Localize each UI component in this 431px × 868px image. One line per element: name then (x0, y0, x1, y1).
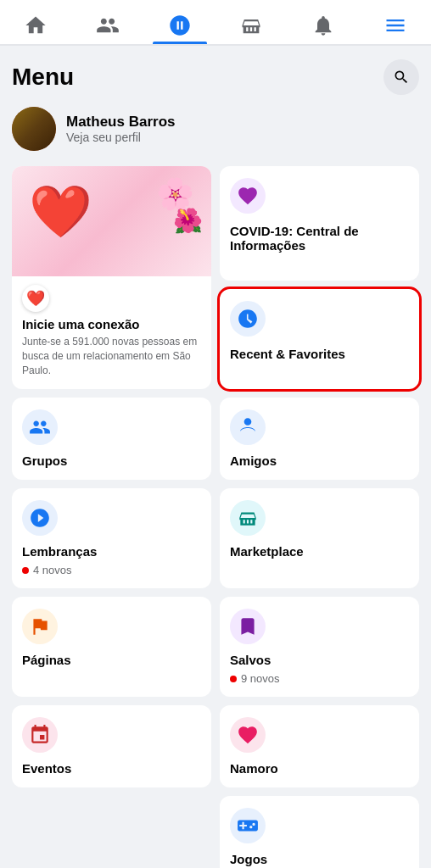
nav-groups[interactable] (153, 8, 207, 44)
nav-marketplace[interactable] (224, 8, 278, 44)
heart-emoji: ❤️ (29, 181, 92, 242)
card-namoro[interactable]: Namoro (220, 705, 419, 787)
namoro-icon (237, 724, 259, 746)
card-dating-image: ❤️ 🌸 🌺 (12, 166, 211, 276)
card-grupos-label: Grupos (22, 453, 67, 468)
hamburger-icon (383, 14, 407, 37)
nav-notifications[interactable] (296, 8, 350, 44)
covid-icon (237, 185, 259, 207)
recent-icon-wrap (230, 301, 266, 337)
card-dating-desc: Junte-se a 591.000 novas pessoas em busc… (22, 335, 201, 377)
grupos-icon (29, 416, 51, 438)
search-button[interactable] (383, 59, 419, 95)
card-covid-label: COVID-19: Central de Informações (230, 224, 409, 253)
marketplace-icon (239, 14, 263, 37)
card-marketplace-label: Marketplace (230, 544, 304, 559)
card-jogos-label: Jogos (230, 852, 267, 866)
nav-friends[interactable] (81, 8, 135, 44)
mktplace-icon-wrap (230, 500, 266, 536)
card-recent[interactable]: Recent & Favorites (220, 289, 419, 389)
flower2-emoji: 🌺 (173, 207, 203, 235)
mktplace-icon (237, 507, 259, 529)
grupos-icon-wrap (22, 409, 58, 445)
profile-name: Matheus Barros (66, 114, 175, 131)
bell-icon (311, 14, 335, 37)
card-amigos[interactable]: Amigos (220, 398, 419, 480)
card-dating[interactable]: ❤️ 🌸 🌺 ❤️ Inicie uma conexão Junte-se a … (12, 166, 211, 389)
salvos-icon-wrap (230, 609, 266, 644)
jogos-icon (237, 815, 259, 837)
search-icon (393, 69, 410, 86)
amigos-icon (237, 416, 259, 438)
lembr-badge-row: 4 novos (22, 564, 72, 576)
profile-sub: Veja seu perfil (66, 131, 175, 144)
jogos-icon-wrap (230, 808, 266, 843)
card-salvos-label: Salvos (230, 653, 271, 667)
profile-info: Matheus Barros Veja seu perfil (66, 114, 175, 144)
page-title: Menu (12, 64, 74, 91)
eventos-icon-wrap (22, 717, 58, 753)
card-paginas[interactable]: Páginas (12, 597, 211, 697)
lembr-icon (29, 507, 51, 529)
salvos-badge-text: 9 novos (241, 672, 280, 685)
card-eventos[interactable]: Eventos (12, 705, 211, 787)
salvos-badge-dot (230, 676, 237, 682)
top-navigation (0, 0, 431, 46)
menu-grid: ❤️ 🌸 🌺 ❤️ Inicie uma conexão Junte-se a … (12, 166, 419, 868)
salvos-badge-row: 9 novos (230, 672, 280, 685)
heart-small-icon: ❤️ (26, 289, 45, 308)
page-content: Menu Matheus Barros Veja seu perfil ❤️ 🌸… (0, 46, 431, 868)
card-marketplace[interactable]: Marketplace (220, 488, 419, 588)
card-eventos-label: Eventos (22, 761, 71, 776)
card-namoro-label: Namoro (230, 761, 278, 776)
avatar (12, 107, 56, 151)
salvos-icon (237, 615, 259, 637)
paginas-icon-wrap (22, 609, 58, 644)
card-grupos[interactable]: Grupos (12, 398, 211, 480)
groups-icon (168, 14, 192, 37)
amigos-icon-wrap (230, 409, 266, 445)
card-lembr[interactable]: Lembranças 4 novos (12, 488, 211, 588)
card-covid[interactable]: COVID-19: Central de Informações (220, 166, 419, 281)
card-recent-label: Recent & Favorites (230, 347, 345, 361)
namoro-icon-wrap (230, 717, 266, 753)
card-jogos[interactable]: Jogos (220, 796, 419, 868)
card-amigos-label: Amigos (230, 453, 277, 468)
header-row: Menu (12, 59, 419, 95)
card-lembr-label: Lembranças (22, 544, 97, 559)
dating-icon-wrap: ❤️ (22, 285, 49, 312)
lembr-icon-wrap (22, 500, 58, 536)
home-icon (24, 14, 48, 37)
covid-icon-wrap (230, 178, 266, 214)
paginas-icon (29, 615, 51, 637)
recent-icon (237, 308, 259, 330)
card-salvos[interactable]: Salvos 9 novos (220, 597, 419, 697)
lembr-badge-text: 4 novos (33, 564, 72, 576)
profile-row[interactable]: Matheus Barros Veja seu perfil (12, 107, 419, 151)
card-paginas-label: Páginas (22, 653, 71, 667)
eventos-icon (29, 724, 51, 746)
card-dating-body: ❤️ Inicie uma conexão Junte-se a 591.000… (12, 276, 211, 389)
card-dating-title: Inicie uma conexão (22, 317, 201, 331)
friends-icon (96, 14, 120, 37)
lembr-badge-dot (22, 567, 29, 574)
nav-home[interactable] (8, 8, 63, 44)
nav-menu[interactable] (368, 8, 423, 44)
